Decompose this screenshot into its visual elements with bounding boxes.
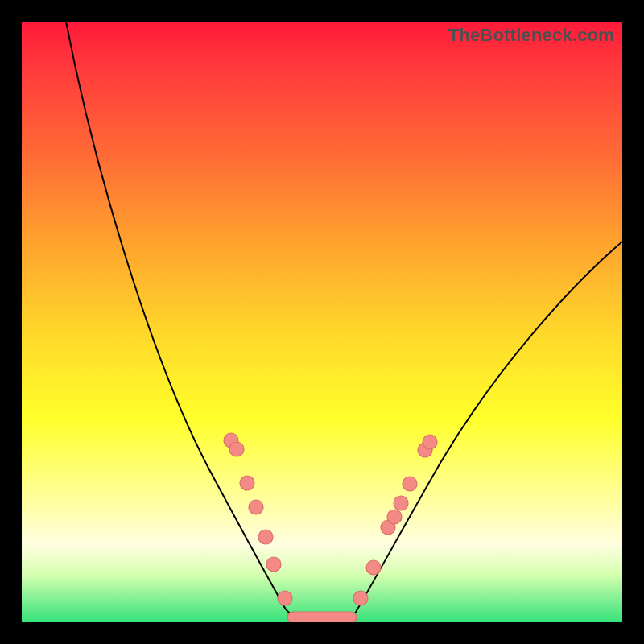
valley-bar (287, 612, 357, 622)
data-point (278, 591, 292, 605)
chart-frame: TheBottleneck.com (0, 0, 644, 644)
data-point (423, 435, 437, 449)
data-point (258, 530, 273, 544)
data-point (366, 560, 381, 575)
data-point (249, 500, 263, 514)
chart-svg (22, 22, 622, 622)
data-point (353, 591, 368, 605)
data-point (394, 496, 408, 510)
right-curve (353, 242, 622, 617)
plot-area: TheBottleneck.com (22, 22, 622, 622)
data-point (229, 442, 244, 456)
dots-right (353, 435, 437, 605)
data-point (240, 476, 254, 490)
dots-left (224, 433, 292, 605)
left-curve (66, 22, 294, 617)
data-point (387, 510, 402, 524)
data-point (402, 477, 417, 491)
data-point (266, 557, 281, 572)
